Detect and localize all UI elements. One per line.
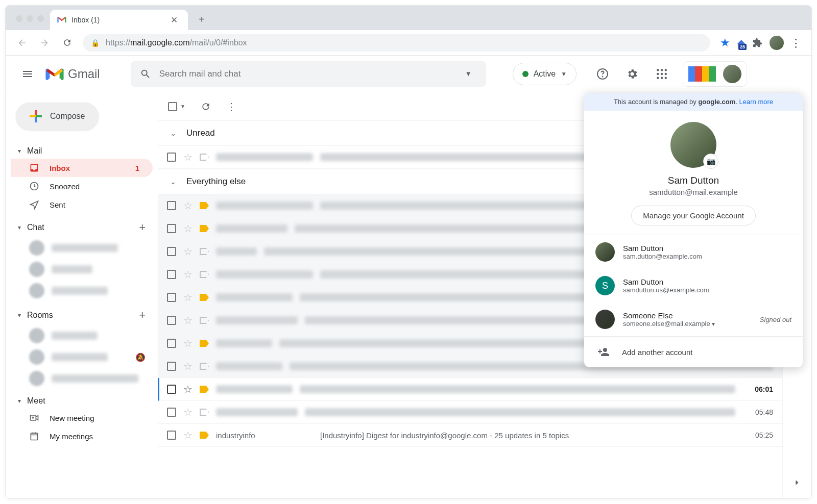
- sidebar-item-sent[interactable]: Sent: [11, 195, 153, 214]
- compose-button[interactable]: Compose: [16, 103, 99, 130]
- importance-marker[interactable]: [200, 386, 209, 393]
- add-account-button[interactable]: Add another account: [584, 337, 803, 367]
- manage-account-button[interactable]: Manage your Google Account: [631, 206, 756, 225]
- select-all-checkbox[interactable]: ▼: [168, 102, 185, 111]
- star-icon[interactable]: ☆: [183, 337, 193, 349]
- extension-badge[interactable]: ◆28: [737, 37, 745, 49]
- importance-marker[interactable]: [200, 271, 209, 278]
- sidebar-item-snoozed[interactable]: Snoozed: [11, 177, 153, 195]
- star-icon[interactable]: ☆: [183, 406, 193, 418]
- account-switch-item[interactable]: Sam Dutton sam.dutton@example.com: [584, 235, 803, 269]
- account-popover: This account is managed by google.com. L…: [584, 93, 803, 367]
- compose-label: Compose: [50, 112, 85, 121]
- search-input[interactable]: [159, 69, 452, 79]
- chat-contact[interactable]: [11, 237, 153, 259]
- org-account-chip[interactable]: [683, 61, 747, 87]
- settings-gear-icon[interactable]: [621, 63, 643, 85]
- star-icon[interactable]: ☆: [183, 383, 193, 395]
- new-tab-button[interactable]: +: [193, 11, 210, 28]
- mute-icon: 🔕: [135, 352, 146, 362]
- support-icon[interactable]: [592, 63, 613, 85]
- row-checkbox[interactable]: [167, 293, 176, 302]
- star-icon[interactable]: ☆: [183, 291, 193, 304]
- bookmark-star-icon[interactable]: ★: [720, 36, 730, 49]
- forward-button[interactable]: [35, 34, 54, 52]
- sidebar-item-new-meeting[interactable]: New meeting: [11, 409, 153, 427]
- chat-contact[interactable]: [11, 280, 153, 301]
- room-item[interactable]: [11, 368, 153, 389]
- importance-marker[interactable]: [200, 340, 209, 347]
- gmail-logo[interactable]: Gmail: [45, 67, 100, 81]
- sidebar-section-meet[interactable]: Meet: [11, 393, 153, 409]
- compose-plus-icon: [30, 110, 42, 122]
- importance-marker[interactable]: [200, 363, 209, 370]
- search-bar[interactable]: ▼: [131, 61, 486, 87]
- extensions-icon[interactable]: [752, 38, 762, 48]
- refresh-icon[interactable]: [201, 102, 211, 112]
- importance-marker[interactable]: [200, 294, 209, 301]
- sidebar-section-rooms[interactable]: Rooms+: [11, 306, 153, 325]
- sidebar-section-chat[interactable]: Chat+: [11, 218, 153, 237]
- row-checkbox[interactable]: [167, 362, 176, 371]
- row-checkbox[interactable]: [167, 339, 176, 348]
- account-email: someone.else@mail.example ▾: [623, 320, 752, 327]
- search-options-icon[interactable]: ▼: [460, 65, 477, 83]
- chat-contact[interactable]: [11, 259, 153, 280]
- star-icon[interactable]: ☆: [183, 222, 193, 235]
- expand-panel-icon[interactable]: [791, 477, 803, 488]
- sidebar-item-my-meetings[interactable]: My meetings: [11, 427, 153, 445]
- room-item[interactable]: [11, 325, 153, 346]
- importance-marker[interactable]: [200, 248, 209, 255]
- row-checkbox[interactable]: [167, 316, 176, 325]
- sidebar-section-mail[interactable]: Mail: [11, 143, 153, 159]
- learn-more-link[interactable]: Learn more: [739, 98, 773, 106]
- star-icon[interactable]: ☆: [183, 199, 193, 212]
- mail-row[interactable]: ☆06:01: [158, 378, 782, 401]
- importance-marker[interactable]: [200, 225, 209, 232]
- room-item[interactable]: 🔕: [11, 346, 153, 368]
- google-apps-icon[interactable]: [651, 63, 672, 85]
- star-icon[interactable]: ☆: [183, 429, 193, 441]
- sidebar: Compose Mail Inbox1 Snoozed Sent Chat+ R…: [6, 92, 158, 498]
- back-button[interactable]: [13, 34, 31, 52]
- address-bar[interactable]: 🔒 https://mail.google.com/mail/u/0/#inbo…: [83, 34, 710, 52]
- star-icon[interactable]: ☆: [183, 268, 193, 281]
- status-selector[interactable]: Active ▼: [513, 63, 576, 85]
- importance-marker[interactable]: [200, 317, 209, 324]
- camera-icon[interactable]: 📷: [703, 154, 718, 169]
- star-icon[interactable]: ☆: [183, 314, 193, 326]
- mail-row[interactable]: ☆industryinfo[Industryinfo] Digest for i…: [158, 424, 782, 447]
- account-switch-item[interactable]: Someone Else someone.else@mail.example ▾…: [584, 303, 803, 336]
- chrome-profile-avatar[interactable]: [770, 36, 784, 50]
- importance-marker[interactable]: [200, 154, 209, 161]
- row-checkbox[interactable]: [167, 224, 176, 233]
- chrome-menu-icon[interactable]: ⋯: [789, 38, 803, 48]
- browser-tab-active[interactable]: Inbox (1) ✕: [50, 10, 188, 30]
- add-chat-icon[interactable]: +: [139, 221, 146, 234]
- importance-marker[interactable]: [200, 202, 209, 209]
- importance-marker[interactable]: [200, 432, 209, 439]
- row-checkbox[interactable]: [167, 153, 176, 162]
- tab-close-icon[interactable]: ✕: [167, 14, 181, 27]
- search-icon: [140, 68, 151, 80]
- account-avatar[interactable]: [723, 65, 741, 83]
- more-actions-icon[interactable]: ⋮: [226, 100, 236, 113]
- row-checkbox[interactable]: [167, 201, 176, 210]
- mail-row[interactable]: ☆05:48: [158, 401, 782, 424]
- star-icon[interactable]: ☆: [183, 245, 193, 258]
- row-checkbox[interactable]: [167, 431, 176, 440]
- account-switch-item[interactable]: S Sam Dutton samdutton.us@example.com: [584, 269, 803, 303]
- account-avatar: S: [595, 276, 615, 295]
- main-menu-icon[interactable]: [16, 62, 39, 86]
- star-icon[interactable]: ☆: [183, 360, 193, 372]
- importance-marker[interactable]: [200, 409, 209, 416]
- sidebar-item-inbox[interactable]: Inbox1: [11, 159, 153, 177]
- reload-button[interactable]: [58, 34, 76, 52]
- row-checkbox[interactable]: [167, 408, 176, 417]
- row-checkbox[interactable]: [167, 270, 176, 279]
- svg-point-6: [661, 72, 663, 74]
- star-icon[interactable]: ☆: [183, 151, 193, 163]
- row-checkbox[interactable]: [167, 385, 176, 394]
- add-room-icon[interactable]: +: [139, 309, 146, 322]
- row-checkbox[interactable]: [167, 247, 176, 256]
